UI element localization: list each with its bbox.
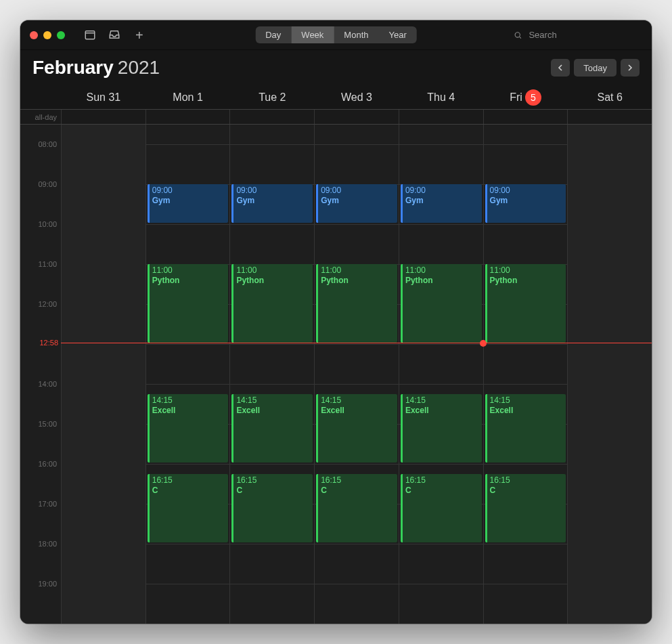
- week-grid[interactable]: 08:0009:0010:0011:0012:0014:0015:0016:00…: [20, 125, 652, 624]
- event-gym[interactable]: 09:00Gym: [401, 184, 482, 223]
- event-title: C: [405, 486, 479, 496]
- svg-rect-0: [85, 30, 95, 39]
- all-day-cell[interactable]: [145, 110, 230, 124]
- day-column[interactable]: 09:00Gym11:00Python14:15Excell16:15C: [314, 125, 399, 624]
- month-year-title: February2021: [32, 57, 160, 79]
- day-column[interactable]: [61, 125, 145, 624]
- all-day-cell[interactable]: [399, 110, 483, 124]
- event-python[interactable]: 11:00Python: [231, 264, 313, 343]
- event-excell[interactable]: 14:15Excell: [148, 394, 229, 463]
- day-column[interactable]: 09:00Gym11:00Python14:15Excell16:15C: [145, 125, 230, 624]
- event-time: 14:15: [490, 395, 564, 406]
- event-title: Gym: [490, 196, 564, 206]
- event-time: 11:00: [152, 265, 226, 276]
- event-title: Excell: [321, 406, 395, 416]
- day-header[interactable]: Sat 6: [567, 85, 652, 109]
- hour-label: 19:00: [38, 580, 57, 588]
- event-python[interactable]: 11:00Python: [401, 264, 482, 343]
- all-day-cell[interactable]: [229, 110, 314, 124]
- hour-label: 11:00: [38, 260, 57, 268]
- week-nav: Today: [551, 59, 640, 77]
- view-tab-week[interactable]: Week: [291, 26, 334, 43]
- event-c[interactable]: 16:15C: [148, 474, 229, 542]
- event-excell[interactable]: 14:15Excell: [485, 394, 566, 463]
- day-column[interactable]: [567, 125, 652, 624]
- event-time: 09:00: [236, 186, 310, 196]
- event-excell[interactable]: 14:15Excell: [231, 394, 313, 463]
- event-title: Python: [152, 276, 226, 286]
- calendars-icon[interactable]: [84, 28, 96, 42]
- event-c[interactable]: 16:15C: [231, 474, 313, 542]
- event-title: Excell: [236, 406, 310, 416]
- event-python[interactable]: 11:00Python: [485, 264, 566, 343]
- hour-label: 10:00: [38, 220, 57, 228]
- event-time: 11:00: [405, 265, 479, 276]
- event-time: 11:00: [490, 265, 564, 276]
- day-column[interactable]: 09:00Gym11:00Python14:15Excell16:15C: [229, 125, 314, 624]
- next-week-button[interactable]: [621, 59, 640, 77]
- svg-point-1: [515, 32, 520, 37]
- day-header-row: Sun 31Mon 1Tue 2Wed 3Thu 4Fri5Sat 6: [20, 85, 652, 110]
- prev-week-button[interactable]: [551, 59, 570, 77]
- all-day-cell[interactable]: [61, 110, 145, 124]
- all-day-cell[interactable]: [314, 110, 399, 124]
- event-time: 16:15: [321, 475, 395, 486]
- view-tab-year[interactable]: Year: [378, 26, 416, 43]
- event-title: Gym: [152, 196, 226, 206]
- event-time: 14:15: [236, 395, 310, 406]
- event-time: 14:15: [321, 395, 395, 406]
- event-title: Python: [236, 276, 310, 286]
- event-title: C: [321, 486, 395, 496]
- event-excell[interactable]: 14:15Excell: [316, 394, 397, 463]
- event-time: 11:00: [236, 265, 310, 276]
- day-header[interactable]: Mon 1: [145, 85, 230, 109]
- event-python[interactable]: 11:00Python: [316, 264, 397, 343]
- event-time: 09:00: [152, 186, 226, 196]
- day-header-gutter: [20, 85, 61, 109]
- all-day-label: all-day: [20, 110, 61, 124]
- day-column[interactable]: 09:00Gym11:00Python14:15Excell16:15C: [399, 125, 483, 624]
- hour-label: 17:00: [38, 500, 57, 508]
- event-python[interactable]: 11:00Python: [148, 264, 229, 343]
- hour-label: 15:00: [38, 420, 57, 428]
- event-time: 16:15: [490, 475, 564, 486]
- fullscreen-button[interactable]: [57, 31, 65, 39]
- event-time: 11:00: [321, 265, 395, 276]
- day-header[interactable]: Wed 3: [314, 85, 399, 109]
- event-c[interactable]: 16:15C: [401, 474, 482, 542]
- event-c[interactable]: 16:15C: [485, 474, 566, 542]
- inbox-icon[interactable]: [108, 28, 120, 42]
- event-excell[interactable]: 14:15Excell: [401, 394, 482, 463]
- event-title: Python: [321, 276, 395, 286]
- day-column[interactable]: 09:00Gym11:00Python14:15Excell16:15C: [483, 125, 568, 624]
- event-time: 14:15: [152, 395, 226, 406]
- month-header: February2021 Today: [20, 50, 652, 85]
- search-field[interactable]: [514, 29, 642, 41]
- month-label: February: [32, 57, 114, 78]
- day-header[interactable]: Thu 4: [399, 85, 483, 109]
- day-header[interactable]: Tue 2: [229, 85, 314, 109]
- all-day-cell[interactable]: [567, 110, 652, 124]
- event-title: C: [152, 486, 226, 496]
- view-tab-month[interactable]: Month: [334, 26, 378, 43]
- view-segmented-control[interactable]: DayWeekMonthYear: [255, 26, 417, 43]
- minimize-button[interactable]: [43, 31, 51, 39]
- event-gym[interactable]: 09:00Gym: [148, 184, 229, 223]
- add-event-button[interactable]: +: [135, 28, 143, 42]
- chevron-right-icon: [627, 64, 633, 71]
- event-gym[interactable]: 09:00Gym: [316, 184, 397, 223]
- event-c[interactable]: 16:15C: [316, 474, 397, 542]
- window-controls: [30, 31, 65, 39]
- hour-label: 12:00: [38, 300, 57, 308]
- view-tab-day[interactable]: Day: [255, 26, 291, 43]
- close-button[interactable]: [30, 31, 38, 39]
- day-header[interactable]: Sun 31: [61, 85, 145, 109]
- event-gym[interactable]: 09:00Gym: [485, 184, 566, 223]
- event-gym[interactable]: 09:00Gym: [231, 184, 313, 223]
- event-title: Gym: [405, 196, 479, 206]
- calendar-window: + DayWeekMonthYear February2021 Today Su…: [20, 20, 652, 624]
- today-button[interactable]: Today: [574, 59, 617, 77]
- search-input[interactable]: [527, 29, 642, 41]
- day-header[interactable]: Fri5: [483, 85, 568, 109]
- all-day-cell[interactable]: [483, 110, 568, 124]
